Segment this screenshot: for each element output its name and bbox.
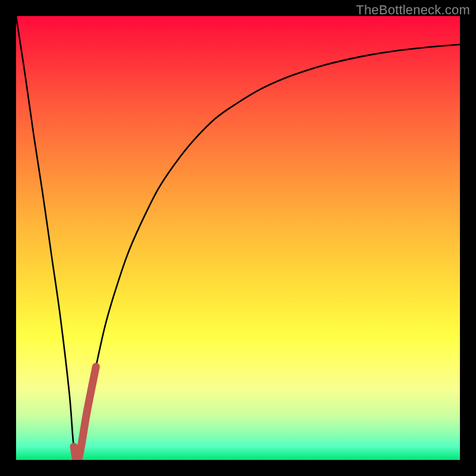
chart-svg xyxy=(16,16,460,460)
chart-plot-area xyxy=(16,16,460,460)
highlight-segment xyxy=(74,367,96,460)
bottleneck-curve xyxy=(16,16,460,460)
attribution-text: TheBottleneck.com xyxy=(356,2,470,18)
